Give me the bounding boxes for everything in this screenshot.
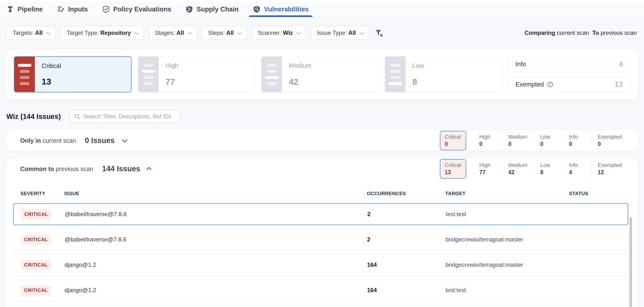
tab-vulnerabilities[interactable]: Vulnerabilities — [253, 2, 309, 16]
severity-card-high[interactable]: High 77 — [138, 56, 255, 92]
chip-low[interactable]: Low 0 — [534, 131, 562, 150]
column-header-severity: SEVERITY — [20, 191, 64, 196]
chip-exempted[interactable]: Exempted 0 — [591, 131, 628, 150]
target-cell: test:test — [446, 211, 570, 218]
issues-table: SEVERITY ISSUE OCCURRENCES TARGET STATUS… — [13, 191, 628, 301]
tab-bar: Pipeline Inputs Policy Evaluations Suppl… — [0, 2, 644, 17]
severity-card-label: High — [166, 62, 248, 70]
chevron-down-icon — [188, 30, 192, 34]
severity-card-label: Medium — [289, 62, 372, 70]
severity-card-info[interactable]: Info 4 — [508, 56, 630, 72]
severity-card-low[interactable]: Low 8 — [385, 56, 502, 92]
target-cell: bridgecrewio/terragoat:master — [446, 236, 569, 243]
tab-label: Inputs — [68, 6, 88, 13]
severity-chips: Critical 0 High 0 Medium 0 Low 0 Info 0 … — [440, 131, 628, 150]
scanner-heading: Wiz (144 Issues) — [6, 112, 61, 120]
supply-chain-shield-icon — [185, 5, 193, 13]
chip-low[interactable]: Low 8 — [534, 160, 562, 178]
vulnerabilities-shield-icon — [253, 5, 260, 13]
chip-high[interactable]: High 0 — [473, 131, 502, 150]
filter-label: Scanner: Wiz — [258, 30, 293, 36]
severity-card-exempted[interactable]: Exempted 12 — [508, 76, 630, 92]
chip-medium[interactable]: Medium 0 — [502, 131, 534, 150]
chevron-down-icon — [238, 30, 242, 34]
section-toggle-common-previous[interactable]: Common to previous scan 144 Issues — [20, 164, 152, 173]
chevron-down-icon[interactable] — [122, 137, 128, 143]
occurrences-cell: 164 — [367, 262, 446, 268]
issue-cell: django@1.2 — [64, 262, 367, 268]
table-row[interactable]: CRITICAL django@1.2 164 test:test — [13, 279, 628, 301]
issue-cell: django@1.2 — [64, 287, 367, 294]
chip-critical[interactable]: Critical 13 — [440, 159, 466, 178]
pipeline-icon — [6, 5, 14, 13]
chevron-up-icon[interactable] — [146, 167, 152, 172]
table-row[interactable]: CRITICAL django@1.2 164 bridgecrewio/ter… — [13, 254, 628, 276]
filter-targets[interactable]: Targets: All — [6, 26, 56, 40]
severity-level-icon — [262, 56, 282, 92]
filter-scanner[interactable]: Scanner: Wiz — [252, 26, 306, 40]
filter-label: Targets: All — [13, 30, 42, 36]
scanner-header-row: Wiz (144 Issues) — [0, 110, 644, 123]
severity-level-icon — [14, 57, 35, 92]
vertical-scrollbar[interactable] — [630, 217, 632, 307]
search-input[interactable] — [83, 113, 175, 120]
section-only-current-scan: Only in current scan 0 Issues Critical 0… — [6, 130, 638, 151]
severity-badge: CRITICAL — [21, 209, 52, 219]
info-icon — [547, 82, 553, 88]
section-issue-count: 0 Issues — [85, 136, 114, 145]
severity-badge: CRITICAL — [21, 260, 51, 270]
column-header-status: STATUS — [569, 191, 628, 196]
filter-bar: Targets: All Target Type: Repository Sta… — [0, 26, 644, 40]
chevron-down-icon — [46, 30, 51, 34]
filter-issue-type[interactable]: Issue Type: All — [310, 26, 369, 40]
chip-info[interactable]: Info 4 — [562, 160, 591, 178]
severity-badge: CRITICAL — [21, 235, 51, 245]
side-card-label: Exempted — [516, 81, 553, 88]
table-row[interactable]: CRITICAL @babel/traverse@7.8.6 2 test:te… — [13, 203, 628, 225]
target-cell: test:test — [446, 287, 569, 294]
severity-card-label: Low — [412, 62, 495, 70]
filter-label: Stages: All — [155, 30, 184, 36]
severity-level-icon — [138, 56, 158, 92]
tab-label: Supply Chain — [196, 6, 239, 13]
clear-filters-button[interactable] — [374, 28, 384, 37]
chevron-down-icon — [297, 30, 301, 34]
filter-steps[interactable]: Steps: All — [202, 26, 247, 40]
chip-high[interactable]: High 77 — [473, 160, 502, 178]
table-row[interactable]: CRITICAL @babel/traverse@7.8.6 2 bridgec… — [13, 228, 628, 250]
severity-chips: Critical 13 High 77 Medium 42 Low 8 Info… — [440, 159, 628, 178]
section-title: Common to previous scan — [20, 166, 93, 172]
chevron-down-icon — [360, 30, 364, 34]
side-cards-column: Info 4 Exempted 12 — [508, 56, 630, 92]
search-icon — [74, 113, 80, 120]
issue-cell: @babel/traverse@7.8.6 — [65, 211, 367, 218]
tab-label: Policy Evaluations — [113, 6, 172, 13]
column-header-target: TARGET — [445, 191, 569, 196]
side-card-count: 12 — [614, 80, 623, 89]
chip-exempted[interactable]: Exempted 12 — [591, 160, 628, 178]
column-header-occurrences: OCCURRENCES — [367, 191, 445, 196]
filter-label: Steps: All — [208, 30, 234, 36]
severity-card-critical[interactable]: Critical 13 — [14, 56, 132, 92]
table-header-row: SEVERITY ISSUE OCCURRENCES TARGET STATUS — [13, 191, 628, 196]
target-cell: bridgecrewio/terragoat:master — [446, 262, 569, 268]
severity-card-count: 42 — [289, 77, 372, 87]
tab-pipeline[interactable]: Pipeline — [6, 2, 43, 16]
chip-critical[interactable]: Critical 0 — [440, 131, 466, 150]
section-issue-count: 144 Issues — [102, 164, 140, 173]
policy-check-shield-icon — [102, 5, 110, 13]
filter-target-type[interactable]: Target Type: Repository — [60, 26, 144, 40]
tab-policy-evaluations[interactable]: Policy Evaluations — [102, 2, 172, 16]
chip-info[interactable]: Info 0 — [562, 131, 591, 150]
occurrences-cell: 164 — [367, 287, 446, 294]
severity-card-medium[interactable]: Medium 42 — [261, 56, 378, 92]
column-header-issue: ISSUE — [64, 191, 367, 196]
tab-label: Pipeline — [18, 6, 43, 13]
filter-clear-icon — [374, 28, 384, 37]
tab-inputs[interactable]: Inputs — [57, 2, 88, 16]
filter-stages[interactable]: Stages: All — [148, 26, 197, 40]
tab-supply-chain[interactable]: Supply Chain — [185, 2, 239, 16]
chip-medium[interactable]: Medium 42 — [502, 160, 534, 178]
filter-label: Target Type: Repository — [67, 30, 131, 36]
section-toggle-only-current[interactable]: Only in current scan 0 Issues — [20, 136, 126, 145]
